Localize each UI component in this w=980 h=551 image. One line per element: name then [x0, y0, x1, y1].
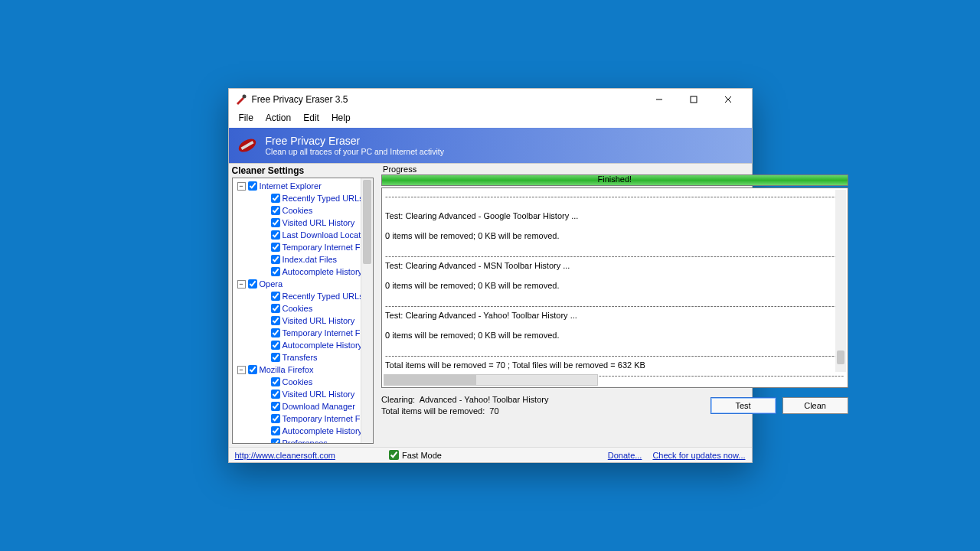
tree-checkbox[interactable] [271, 255, 280, 264]
tree-item[interactable]: Temporary Internet Files [233, 327, 374, 339]
log-line: Test: Clearing Advanced - Google Toolbar… [385, 211, 844, 221]
tree-panel: −Internet ExplorerRecently Typed URLsCoo… [232, 178, 374, 444]
tree-checkbox[interactable] [271, 230, 280, 240]
tree-item[interactable]: Last Download Location [233, 229, 374, 241]
menu-file[interactable]: File [234, 111, 259, 125]
tree-label: Visited URL History [283, 390, 355, 399]
tree-checkbox[interactable] [271, 402, 280, 411]
tree-checkbox[interactable] [248, 279, 257, 289]
tree-item[interactable]: Temporary Internet Files [233, 412, 374, 425]
tree-checkbox[interactable] [271, 316, 280, 325]
cleaner-settings-header: Cleaner Settings [229, 164, 377, 178]
tree-checkbox[interactable] [271, 377, 280, 386]
log-line: Total items will be removed = 70 ; Total… [385, 360, 844, 370]
tree-checkbox[interactable] [271, 267, 280, 276]
tree-checkbox[interactable] [271, 304, 280, 313]
clean-button[interactable]: Clean [782, 397, 848, 414]
tree-checkbox[interactable] [271, 353, 280, 362]
tree-label: Mozilla Firefox [260, 365, 314, 374]
fastmode-checkbox[interactable] [389, 450, 399, 460]
updates-link[interactable]: Check for updates now... [652, 451, 745, 460]
fastmode-label: Fast Mode [402, 451, 442, 460]
tree-checkbox[interactable] [271, 243, 280, 252]
tree-checkbox[interactable] [248, 365, 257, 374]
tree-checkbox[interactable] [271, 194, 280, 203]
tree-group[interactable]: −Internet Explorer [233, 180, 374, 192]
tree-label: Internet Explorer [260, 181, 322, 191]
tree-checkbox[interactable] [271, 414, 280, 423]
right-column: Progress Finished! ---------------------… [377, 164, 852, 447]
log-line: Test: Clearing Advanced - MSN Toolbar Hi… [385, 261, 844, 271]
tree-item[interactable]: Index.dat Files [233, 253, 374, 266]
tree-item[interactable]: Autocomplete History [233, 425, 374, 437]
tree-label: Autocomplete History [283, 267, 363, 276]
tree-label: Temporary Internet Files [283, 414, 374, 423]
tree-item[interactable]: Recently Typed URLs [233, 192, 374, 204]
svg-point-0 [242, 95, 246, 99]
log-panel[interactable]: ----------------------------------------… [381, 187, 848, 388]
log-line: Test: Clearing Advanced - Yahoo! Toolbar… [385, 311, 844, 321]
tree-item[interactable]: Preferences [233, 437, 374, 444]
tree-checkbox[interactable] [271, 439, 280, 444]
tree-item[interactable]: Temporary Internet Files [233, 241, 374, 253]
website-link[interactable]: http://www.cleanersoft.com [235, 451, 335, 460]
tree-checkbox[interactable] [271, 390, 280, 399]
menu-edit[interactable]: Edit [298, 111, 325, 125]
tree-checkbox[interactable] [248, 181, 257, 191]
tree-label: Opera [260, 279, 283, 289]
log-divider: ----------------------------------------… [385, 191, 844, 201]
log-divider: ----------------------------------------… [385, 350, 844, 360]
log-line: 0 items will be removed; 0 KB will be re… [385, 331, 844, 341]
tree-label: Autocomplete History [283, 341, 363, 350]
tree-item[interactable]: Autocomplete History [233, 339, 374, 351]
menu-action[interactable]: Action [260, 111, 296, 125]
titlebar[interactable]: Free Privacy Eraser 3.5 [229, 89, 752, 110]
tree-checkbox[interactable] [271, 426, 280, 435]
tree-item[interactable]: Cookies [233, 302, 374, 315]
tree-checkbox[interactable] [271, 206, 280, 215]
tree-checkbox[interactable] [271, 341, 280, 350]
menu-help[interactable]: Help [326, 111, 356, 125]
status-text: Clearing: Advanced - Yahoo! Toolbar Hist… [381, 394, 704, 417]
tree-group[interactable]: −Opera [233, 278, 374, 290]
tree-label: Download Manager [283, 402, 355, 411]
tree-item[interactable]: Cookies [233, 204, 374, 217]
progress-text: Finished! [382, 174, 847, 184]
tree-item[interactable]: Autocomplete History [233, 266, 374, 278]
minimize-button[interactable] [642, 89, 677, 110]
tree-label: Recently Typed URLs [283, 194, 364, 203]
maximize-button[interactable] [677, 89, 711, 110]
tree-label: Recently Typed URLs [283, 292, 364, 301]
tree-group[interactable]: −Mozilla Firefox [233, 364, 374, 376]
app-window: Free Privacy Eraser 3.5 File Action Edit… [228, 88, 753, 463]
log-vscroll[interactable] [835, 190, 846, 372]
banner-title: Free Privacy Eraser [266, 135, 444, 147]
tree-item[interactable]: Visited URL History [233, 315, 374, 327]
tree-label: Index.dat Files [283, 255, 338, 264]
tree-item[interactable]: Cookies [233, 376, 374, 388]
tree-scrollbar[interactable] [361, 178, 373, 443]
test-button[interactable]: Test [710, 397, 776, 414]
tree-item[interactable]: Transfers [233, 351, 374, 364]
left-column: Cleaner Settings −Internet ExplorerRecen… [229, 164, 377, 447]
progress-bar: Finished! [381, 174, 848, 186]
tree-expander-icon[interactable]: − [237, 280, 246, 289]
tree-label: Autocomplete History [283, 426, 363, 435]
tree-item[interactable]: Visited URL History [233, 388, 374, 400]
tree-expander-icon[interactable]: − [237, 182, 246, 191]
tree-checkbox[interactable] [271, 328, 280, 337]
tree-checkbox[interactable] [271, 292, 280, 301]
log-hscroll[interactable] [384, 374, 598, 386]
status-row: Clearing: Advanced - Yahoo! Toolbar Hist… [381, 394, 848, 417]
tree-item[interactable]: Recently Typed URLs [233, 290, 374, 302]
tree-label: Last Download Location [283, 230, 372, 240]
tree-expander-icon[interactable]: − [237, 366, 246, 374]
close-button[interactable] [711, 89, 746, 110]
tree-checkbox[interactable] [271, 218, 280, 227]
tree-item[interactable]: Visited URL History [233, 217, 374, 229]
tree-label: Visited URL History [283, 316, 355, 325]
tree-item[interactable]: Download Manager [233, 400, 374, 412]
cleaner-tree[interactable]: −Internet ExplorerRecently Typed URLsCoo… [233, 178, 374, 444]
donate-link[interactable]: Donate... [608, 451, 642, 460]
tree-label: Temporary Internet Files [283, 328, 374, 337]
